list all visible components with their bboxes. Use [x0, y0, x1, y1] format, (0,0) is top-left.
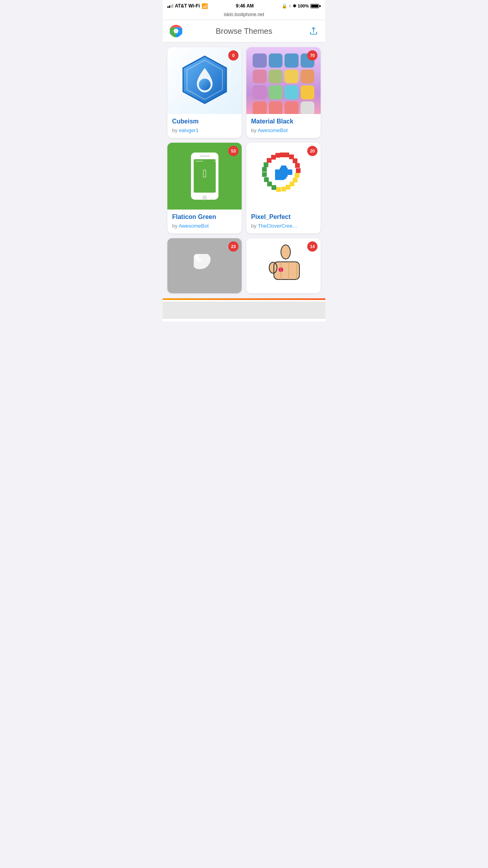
share-button[interactable] [308, 26, 319, 37]
svg-rect-15 [295, 163, 300, 168]
battery-icon [310, 4, 321, 8]
lock-icon: 🔒 [282, 4, 287, 9]
svg-rect-17 [295, 173, 299, 178]
bottom-bar [163, 298, 325, 322]
svg-rect-20 [286, 185, 290, 189]
svg-rect-6 [200, 155, 210, 157]
flaticon-green-author-link[interactable]: AwesomeBot [179, 223, 209, 229]
flaticon-green-info: Flaticon Green by AwesomeBot [167, 210, 242, 234]
flaticon-green-phone-icon:  [183, 151, 226, 202]
app-logo [169, 24, 183, 38]
theme-card-pixel-perfect[interactable]: 20 [246, 143, 321, 234]
svg-rect-27 [262, 167, 267, 172]
pixel-perfect-title: Pixel_Perfect [251, 213, 316, 221]
cubeism-title: Cubeism [172, 118, 237, 125]
pixel-perfect-author-link[interactable]: TheCloverCree… [258, 223, 297, 229]
status-left: AT&T Wi-Fi 📶 [167, 3, 208, 9]
material-black-author-link[interactable]: AwesomeBot [258, 127, 288, 133]
url-bar: iskin.tooliphone.net [163, 11, 325, 20]
svg-rect-28 [264, 162, 268, 167]
time-display: 9:46 AM [236, 3, 254, 9]
nav-header: Browse Themes [163, 20, 325, 42]
svg-rect-11 [280, 153, 284, 157]
flaticon-green-author: by AwesomeBot [172, 223, 237, 229]
svg-text::  [202, 167, 206, 180]
badge-partial-1: 23 [228, 241, 238, 252]
theme-card-partial-2[interactable]: 14 [246, 238, 321, 293]
cubeism-info: Cubeism by ealvger1 [167, 114, 242, 138]
bottom-tab-bar [163, 302, 325, 319]
pixel-perfect-info: Pixel_Perfect by TheCloverCree… [246, 210, 321, 234]
theme-card-material-black[interactable]: 70 Material Black by AwesomeBot [246, 47, 321, 138]
theme-card-flaticon-green[interactable]: 53  Flaticon Green by AwesomeBot [167, 143, 242, 234]
svg-rect-23 [272, 185, 276, 190]
progress-bar [163, 298, 325, 300]
cubeism-author: by ealvger1 [172, 127, 237, 133]
battery-percent: 100% [298, 4, 309, 8]
cubeism-hex-icon [177, 53, 232, 108]
url-text: iskin.tooliphone.net [224, 12, 264, 17]
theme-card-cubeism[interactable]: 0 Cubeism by [167, 47, 242, 138]
svg-rect-12 [284, 153, 289, 157]
partial-2-hand-icon [262, 240, 305, 291]
theme-grid: 0 Cubeism by [163, 42, 325, 298]
page-title: Browse Themes [216, 27, 272, 36]
bluetooth-icon: ✱ [293, 4, 296, 9]
svg-rect-22 [276, 187, 281, 192]
svg-rect-30 [271, 155, 276, 160]
svg-rect-31 [275, 153, 280, 158]
signal-bars [167, 4, 173, 8]
status-bar: AT&T Wi-Fi 📶 9:46 AM 🔒 ↑ ✱ 100% [163, 0, 325, 11]
share-icon [309, 26, 318, 36]
badge-pixel-perfect: 20 [307, 146, 317, 156]
partial-1-phone-icon [189, 250, 220, 281]
svg-rect-25 [264, 177, 269, 182]
svg-rect-14 [293, 158, 297, 163]
badge-material-black: 70 [307, 50, 317, 61]
status-right: 🔒 ↑ ✱ 100% [282, 4, 321, 9]
location-icon: ↑ [289, 4, 291, 8]
badge-partial-2: 14 [307, 241, 317, 252]
carrier-label: AT&T Wi-Fi [175, 3, 200, 9]
svg-rect-21 [281, 187, 286, 191]
wifi-icon: 📶 [202, 3, 208, 9]
svg-point-0 [174, 29, 178, 33]
svg-rect-29 [267, 158, 272, 163]
badge-flaticon-green: 53 [228, 146, 238, 156]
svg-rect-36 [281, 166, 286, 179]
pixel-perfect-icon [258, 151, 309, 202]
svg-rect-9 [195, 161, 203, 162]
pixel-perfect-author: by TheCloverCree… [251, 223, 316, 229]
svg-rect-24 [267, 182, 272, 186]
material-black-info: Material Black by AwesomeBot [246, 114, 321, 138]
material-black-author: by AwesomeBot [251, 127, 316, 133]
badge-cubeism: 0 [228, 50, 238, 61]
svg-rect-10 [214, 161, 216, 162]
svg-point-7 [202, 195, 207, 200]
svg-point-3 [199, 79, 211, 90]
svg-rect-38 [274, 262, 299, 280]
svg-rect-16 [296, 168, 301, 173]
flaticon-green-title: Flaticon Green [172, 213, 237, 221]
cubeism-author-link[interactable]: ealvger1 [179, 127, 198, 133]
theme-card-partial-1[interactable]: 23 [167, 238, 242, 293]
material-black-title: Material Black [251, 118, 316, 125]
svg-rect-26 [262, 172, 267, 177]
